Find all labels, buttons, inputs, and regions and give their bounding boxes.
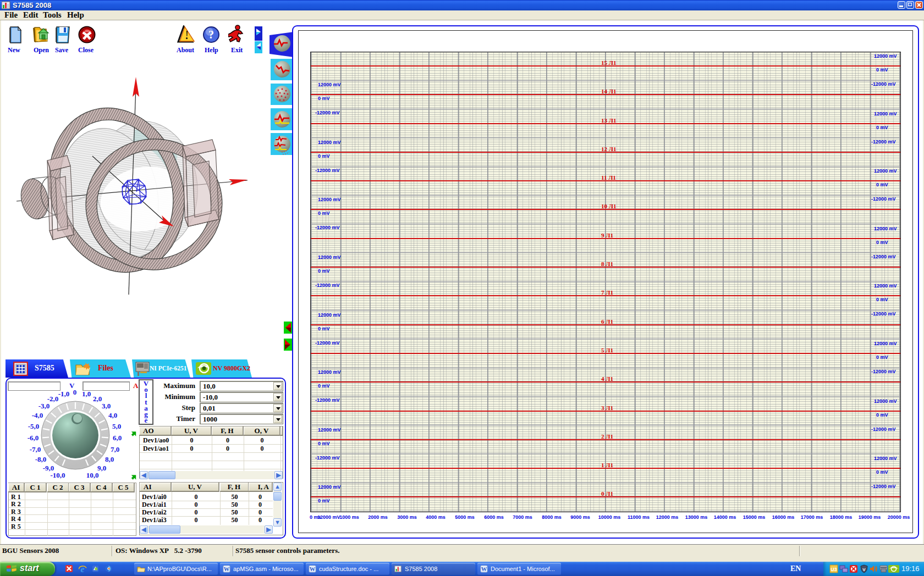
svg-text:W: W: [481, 566, 487, 572]
svg-text:U3: U3: [831, 567, 837, 572]
svg-text:?: ?: [208, 29, 214, 41]
svg-text:W: W: [310, 566, 316, 572]
svg-text:W: W: [224, 566, 230, 572]
svg-text:V: V: [862, 567, 866, 572]
